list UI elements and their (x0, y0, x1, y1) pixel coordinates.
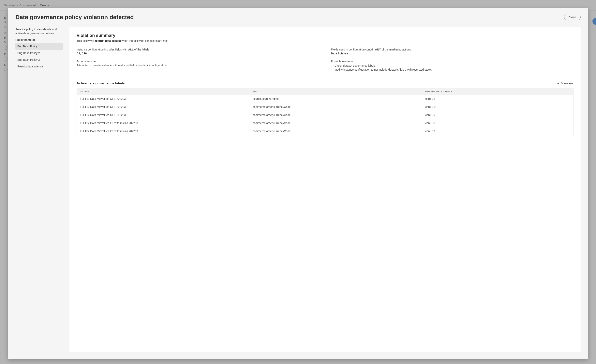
column-header-governance-labels: GOVERNANCE LABELS (422, 88, 573, 95)
actions-condition-label: Fields used in configuration contain ANY… (331, 48, 574, 51)
table-cell-field: commerce.order.currencyCode (249, 103, 422, 111)
violation-detail-panel: Violation summary This policy will restr… (69, 27, 581, 352)
table-cell-label: core/C9 (422, 111, 573, 119)
policy-list-item[interactable]: Bug Bash Policy 1 (15, 43, 63, 50)
table-row: Full FSI Data Midvalues CEE 202203commer… (77, 103, 573, 111)
policy-list-heading: Policy name(s) (15, 38, 63, 41)
table-cell-label: core/C8 (422, 119, 573, 127)
modal-header: Data governance policy violation detecte… (8, 8, 588, 24)
table-cell-label: core/C8 (422, 95, 573, 103)
policy-intro-text: Select a policy to view details and acti… (15, 27, 63, 36)
policy-list-item[interactable]: Bug Bash Policy 2 (15, 50, 63, 56)
chevron-up-icon (557, 82, 559, 85)
table-row: Full FSI Data Midvalues EE with mixins 2… (77, 119, 573, 127)
policy-list-panel: Select a policy to view details and acti… (15, 27, 63, 352)
column-header-field: FIELD (249, 88, 422, 95)
policy-list: Bug Bash Policy 1Bug Bash Policy 2Bug Ba… (15, 43, 63, 70)
show-less-toggle[interactable]: Show less (557, 82, 574, 85)
table-cell-dataset: Full FSI Data Midvalues CEE 202203 (77, 95, 249, 103)
table-header-row: DATASET FIELD GOVERNANCE LABELS (77, 88, 573, 95)
show-less-label: Show less (561, 82, 574, 85)
resolution-item: Check dataset governance labels (335, 64, 574, 67)
modal-title: Data governance policy violation detecte… (15, 14, 134, 21)
close-button[interactable]: Close (564, 14, 581, 20)
policy-list-item[interactable]: Bug Bash Policy 3 (15, 56, 63, 63)
labels-section-title: Active data governance labels (77, 81, 125, 85)
table-cell-dataset: Full FSI Data Midvalues CEE 202203 (77, 111, 249, 119)
labels-condition-value: C9, C10 (77, 52, 319, 55)
table-row: Full FSI Data Midvalues CEE 202203commer… (77, 111, 573, 119)
table-cell-field: commerce.order.currencyCode (249, 119, 422, 127)
modal-body: Select a policy to view details and acti… (8, 27, 588, 359)
violation-summary-subtitle: This policy will restrict data access wh… (77, 39, 574, 42)
table-cell-dataset: Full FSI Data Midvalues CEE 202203 (77, 103, 249, 111)
resolution-item: Modify instance configuration to not inc… (335, 68, 574, 71)
action-attempted-block: Action attempted Attempted to create ins… (77, 60, 319, 72)
labels-section-header: Active data governance labels Show less (77, 81, 574, 85)
violation-summary-title: Violation summary (77, 33, 574, 38)
actions-condition-block: Fields used in configuration contain ANY… (331, 48, 574, 55)
actions-condition-value: Data Science (331, 52, 574, 55)
governance-labels-table: DATASET FIELD GOVERNANCE LABELS Full FSI… (77, 88, 574, 135)
table-cell-dataset: Full FSI Data Midvalues EE with mixins 2… (77, 119, 249, 127)
table-cell-field: commerce.order.currencyCode (249, 127, 422, 135)
policy-violation-modal: Data governance policy violation detecte… (8, 8, 588, 359)
action-attempted-text: Attempted to create instance with restri… (77, 64, 319, 67)
table-cell-label: core/C9 (422, 127, 573, 135)
labels-condition-block: Instance configuration includes fields w… (77, 48, 319, 55)
table-cell-field: search.searchEngine (249, 95, 422, 103)
table-cell-dataset: Full FSI Data Midvalues EE with mixins 2… (77, 127, 249, 135)
table-cell-label: core/C11 (422, 103, 573, 111)
table-row: Full FSI Data Midvalues CEE 202203search… (77, 95, 573, 103)
summary-grid: Instance configuration includes fields w… (77, 48, 574, 72)
resolution-label: Possible resolution (331, 60, 574, 63)
action-attempted-label: Action attempted (77, 60, 319, 63)
column-header-dataset: DATASET (77, 88, 249, 95)
labels-condition-label: Instance configuration includes fields w… (77, 48, 319, 51)
table-row: Full FSI Data Midvalues EE with mixins 2… (77, 127, 573, 135)
resolution-block: Possible resolution Check dataset govern… (331, 60, 574, 72)
resolution-list: Check dataset governance labelsModify in… (335, 64, 574, 71)
policy-list-item[interactable]: Restrict data science (15, 63, 63, 70)
divider (15, 24, 581, 24)
table-cell-field: commerce.order.currencyCode (249, 111, 422, 119)
